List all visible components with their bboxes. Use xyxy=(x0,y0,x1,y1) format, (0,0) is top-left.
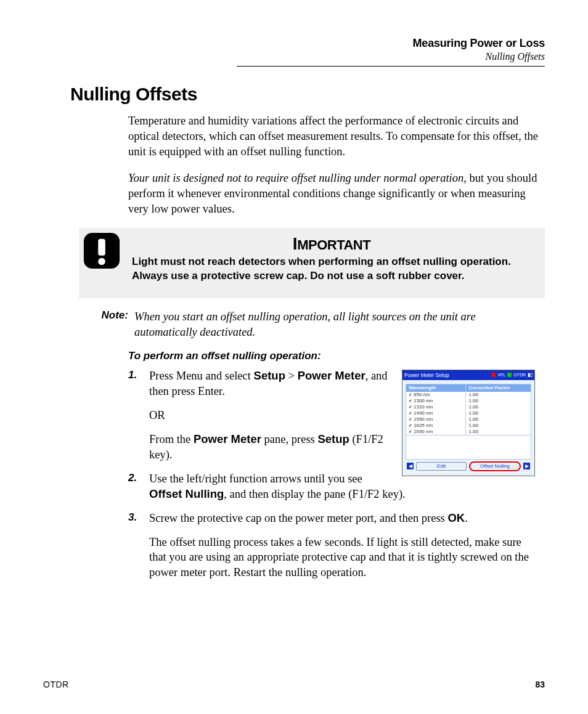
header-chapter: Measuring Power or Loss xyxy=(43,37,545,50)
svg-rect-1 xyxy=(98,238,105,255)
step-1: Press Menu and select Setup > Power Mete… xyxy=(128,368,540,463)
intro-paragraph-1: Temperature and humidity variations affe… xyxy=(128,113,540,160)
offset-nulling-button[interactable]: Offset Nulling xyxy=(469,461,521,471)
important-icon xyxy=(83,232,121,270)
footer-product: OTDR xyxy=(43,680,69,689)
edit-button[interactable]: Edit xyxy=(416,462,467,471)
intro-paragraph-2: Your unit is designed not to require off… xyxy=(128,171,540,217)
important-callout: IMPORTANT Light must not reach detectors… xyxy=(79,228,545,298)
step-3: Screw the protective cap on the power me… xyxy=(128,511,540,581)
header-rule xyxy=(237,66,545,67)
note-block: Note: When you start an offset nulling o… xyxy=(79,309,540,340)
step-2: Use the left/right function arrows until… xyxy=(128,471,540,502)
header-section: Nulling Offsets xyxy=(43,51,545,62)
important-title: IMPORTANT xyxy=(132,234,531,254)
note-text: When you start an offset nulling operati… xyxy=(134,309,540,340)
page-number: 83 xyxy=(535,680,545,689)
important-text: Light must not reach detectors when perf… xyxy=(132,255,531,283)
right-arrow-icon[interactable]: ▶ xyxy=(523,463,530,469)
note-label: Note: xyxy=(79,309,134,340)
svg-point-2 xyxy=(98,258,105,265)
procedure-title: To perform an offset nulling operation: xyxy=(128,350,540,362)
left-arrow-icon[interactable]: ◀ xyxy=(407,463,414,469)
page-title: Nulling Offsets xyxy=(70,84,545,105)
